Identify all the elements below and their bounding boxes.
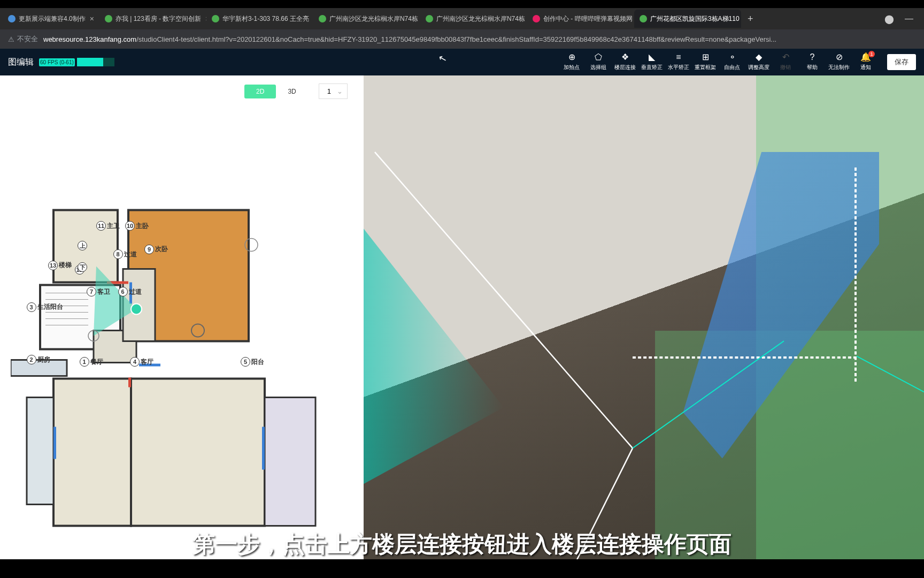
room-marker-10[interactable]: 10主卧 bbox=[125, 221, 149, 231]
svg-point-24 bbox=[131, 304, 142, 315]
tool-加拍点[interactable]: ⊕加拍点 bbox=[558, 49, 585, 75]
room-name: 主卧 bbox=[136, 222, 149, 231]
guide-line bbox=[633, 356, 857, 359]
tool-label: 选择组 bbox=[590, 64, 606, 71]
stair-up: 上 bbox=[78, 241, 87, 250]
app-title: 图编辑 bbox=[8, 57, 34, 68]
room-marker-5[interactable]: 5阳台 bbox=[241, 357, 264, 367]
tab-2[interactable]: 华宇新村3-1-303 78.66 王全亮× bbox=[206, 10, 313, 28]
room-marker-2[interactable]: 2厨房 bbox=[27, 355, 50, 364]
tool-帮助[interactable]: ?帮助 bbox=[799, 49, 826, 75]
tool-选择组[interactable]: ⬠选择组 bbox=[585, 49, 612, 75]
favicon bbox=[426, 15, 433, 22]
tab-title: 亦我 | 123看房 - 数字空间创新 bbox=[116, 14, 201, 24]
tab-title: 广州花都区凯旋国际3栋A梯110 bbox=[650, 14, 740, 24]
marker-number: 4 bbox=[130, 357, 140, 367]
room-marker-3[interactable]: 3生活阳台 bbox=[27, 302, 63, 312]
tool-重置框架[interactable]: ⊞重置框架 bbox=[692, 49, 719, 75]
tool-label: 帮助 bbox=[807, 64, 818, 71]
url-path: /studioClient4-test/client.html?v=202012… bbox=[136, 35, 776, 43]
tab-6[interactable]: 广州花都区凯旋国际3栋A梯110× bbox=[634, 10, 741, 28]
favicon bbox=[533, 15, 540, 22]
app-header: 图编辑 60 FPS (0-61) ⊕加拍点⬠选择组❖楼层连接◣垂直矫正≡水平矫… bbox=[0, 49, 924, 75]
tool-垂直矫正[interactable]: ◣垂直矫正 bbox=[638, 49, 665, 75]
badge: 1 bbox=[868, 51, 875, 57]
tab-5[interactable]: 创作中心 - 哔哩哔哩弹幕视频网× bbox=[527, 10, 634, 28]
room-marker-13[interactable]: 13楼梯 bbox=[48, 261, 72, 270]
view-3d-button[interactable]: 3D bbox=[276, 85, 307, 98]
tool-水平矫正[interactable]: ≡水平矫正 bbox=[665, 49, 692, 75]
window-controls: ⬤ — bbox=[884, 14, 921, 24]
room-marker-6[interactable]: 6过道 bbox=[118, 287, 142, 296]
room-name: 楼梯 bbox=[59, 261, 72, 270]
room-marker-7[interactable]: 7客卫 bbox=[87, 287, 110, 296]
record-icon[interactable]: ⬤ bbox=[884, 14, 894, 24]
marker-number: 7 bbox=[87, 287, 96, 296]
tab-3[interactable]: 广州南沙区龙光棕榈水岸N74栋× bbox=[313, 10, 420, 28]
marker-number: 2 bbox=[27, 355, 36, 364]
floorplan-svg bbox=[11, 118, 353, 575]
room-marker-11[interactable]: 11主卫 bbox=[96, 221, 120, 231]
panorama-image[interactable] bbox=[364, 75, 924, 578]
floorplan-canvas[interactable]: 1餐厅2厨房3生活阳台4客厅5阳台6过道7客卫8过道9次卧10主卧11主卫121… bbox=[0, 107, 364, 578]
new-tab-button[interactable]: + bbox=[741, 13, 760, 25]
room-marker-1[interactable]: 1餐厅 bbox=[80, 357, 103, 367]
letterbox-bottom bbox=[0, 559, 924, 578]
room-name: 厨房 bbox=[37, 355, 50, 364]
svg-rect-20 bbox=[262, 427, 265, 470]
stair-down: 下 bbox=[78, 262, 87, 272]
room-name: 过道 bbox=[124, 250, 137, 259]
tool-自由点[interactable]: ⚬自由点 bbox=[719, 49, 745, 75]
tool-label: 无法制作 bbox=[828, 64, 850, 71]
room-name: 生活阳台 bbox=[37, 302, 63, 311]
view-2d-button[interactable]: 2D bbox=[244, 85, 276, 98]
minimize-icon[interactable]: — bbox=[905, 14, 913, 24]
security-text: 不安全 bbox=[17, 34, 38, 44]
tool-icon: ◆ bbox=[756, 53, 762, 62]
room-name: 客卫 bbox=[97, 287, 110, 296]
tool-icon: ◣ bbox=[649, 53, 655, 62]
floorplan-panel: 2D 3D 1 bbox=[0, 75, 364, 578]
tool-楼层连接[interactable]: ❖楼层连接 bbox=[612, 49, 638, 75]
tool-调整高度[interactable]: ◆调整高度 bbox=[745, 49, 772, 75]
tool-撤销[interactable]: ↶撤销 bbox=[772, 49, 799, 75]
marker-number: 8 bbox=[113, 249, 123, 259]
room-marker-4[interactable]: 4客厅 bbox=[130, 357, 153, 367]
room-name: 客厅 bbox=[141, 358, 153, 367]
room-marker-9[interactable]: 9次卧 bbox=[144, 245, 168, 254]
guide-line-v bbox=[854, 168, 857, 382]
save-button[interactable]: 保存 bbox=[887, 54, 916, 70]
marker-number: 9 bbox=[144, 245, 154, 254]
favicon bbox=[212, 15, 219, 22]
tool-label: 垂直矫正 bbox=[641, 64, 663, 71]
tool-通知[interactable]: 🔔通知1 bbox=[852, 49, 879, 75]
tab-4[interactable]: 广州南沙区龙光棕榈水岸N74栋× bbox=[420, 10, 527, 28]
tool-icon: ↶ bbox=[782, 53, 789, 62]
close-icon[interactable]: × bbox=[90, 14, 94, 23]
tool-label: 水平矫正 bbox=[668, 64, 689, 71]
tool-无法制作[interactable]: ⊘无法制作 bbox=[826, 49, 852, 75]
fps-label: 60 FPS (0-61) bbox=[39, 58, 75, 66]
marker-number: 5 bbox=[241, 357, 250, 367]
marker-number: 6 bbox=[118, 287, 128, 296]
marker-number: 11 bbox=[96, 221, 106, 231]
tool-label: 自由点 bbox=[724, 64, 740, 71]
security-badge[interactable]: ⚠ 不安全 bbox=[8, 34, 38, 44]
letterbox-top bbox=[0, 0, 924, 8]
view-controls: 2D 3D 1 bbox=[0, 75, 364, 107]
stair-label: 下 bbox=[78, 262, 87, 272]
tool-icon: ⬠ bbox=[595, 53, 602, 62]
app-body: 2D 3D 1 bbox=[0, 75, 924, 578]
tab-0[interactable]: 更新展示端兼容4.0制作× bbox=[3, 10, 99, 28]
panorama-panel[interactable] bbox=[364, 75, 924, 578]
svg-rect-13 bbox=[53, 379, 131, 526]
toolbar: ⊕加拍点⬠选择组❖楼层连接◣垂直矫正≡水平矫正⊞重置框架⚬自由点◆调整高度↶撤销… bbox=[558, 49, 879, 75]
favicon bbox=[8, 15, 16, 22]
tab-title: 创作中心 - 哔哩哔哩弹幕视频网 bbox=[543, 14, 633, 24]
address-bar[interactable]: ⚠ 不安全 webresource.123kanfang.com/studioC… bbox=[0, 29, 924, 49]
floor-selector[interactable]: 1 bbox=[319, 83, 348, 99]
room-marker-8[interactable]: 8过道 bbox=[113, 249, 137, 259]
tab-1[interactable]: 亦我 | 123看房 - 数字空间创新× bbox=[99, 10, 206, 28]
svg-rect-19 bbox=[53, 427, 56, 459]
tab-title: 广州南沙区龙光棕榈水岸N74栋 bbox=[329, 14, 418, 24]
